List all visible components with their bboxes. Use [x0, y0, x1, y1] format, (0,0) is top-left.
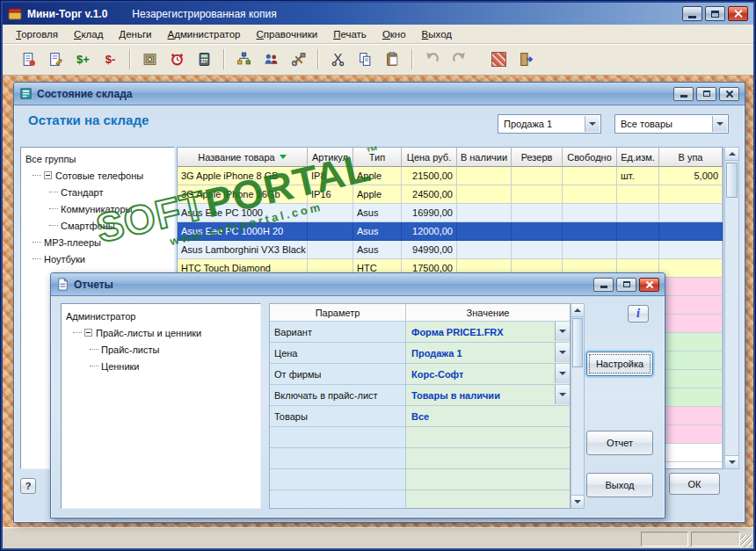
tree-node[interactable]: Прайс-листы	[62, 341, 260, 358]
param-value-cell[interactable]: Корс-Софт	[406, 364, 570, 385]
column-header-name[interactable]: Название товара	[178, 148, 308, 167]
column-header-price[interactable]: Цена руб.	[402, 148, 457, 167]
table-row[interactable]: Asus Lamborghini VX3 Black Asus 94990,00	[178, 241, 723, 259]
tree-connector	[33, 175, 41, 176]
calculator-button[interactable]	[191, 47, 218, 71]
new-document-button[interactable]	[15, 47, 42, 71]
menu-item-vyhod[interactable]: Выход	[414, 26, 460, 42]
tree-node[interactable]: Сотовые телефоны	[21, 167, 174, 184]
resize-grip[interactable]	[740, 535, 752, 547]
maximize-button[interactable]	[696, 87, 716, 101]
collapse-icon[interactable]	[44, 171, 52, 179]
menu-item-torgovlya[interactable]: Торговля	[8, 26, 66, 42]
tools-button[interactable]	[285, 47, 312, 71]
column-header-reserve[interactable]: Резерв	[512, 148, 563, 167]
scrollbar-thumb[interactable]	[572, 318, 583, 367]
contacts-button[interactable]	[258, 47, 285, 71]
minimize-button[interactable]	[673, 87, 694, 101]
table-row[interactable]: 3G Apple iPhone 16Gb IP16 Apple 24500,00	[178, 185, 723, 204]
menu-item-sklad[interactable]: Склад	[66, 26, 111, 42]
menu-item-okno[interactable]: Окно	[374, 26, 414, 42]
tree-node[interactable]: Смартфоны	[21, 217, 174, 234]
tree-node[interactable]: Стандарт	[21, 184, 174, 200]
table-cell	[512, 222, 563, 241]
param-dropdown-button[interactable]	[555, 364, 570, 383]
price-type-combobox[interactable]: Продажа 1	[498, 114, 601, 134]
cut-button[interactable]	[324, 47, 352, 71]
menu-item-spravochniki[interactable]: Справочники	[249, 26, 326, 42]
table-cell: Asus Eee PC 1000H 20	[178, 222, 308, 241]
collapse-icon[interactable]	[84, 329, 92, 337]
menu-item-administrator[interactable]: Администратор	[160, 26, 249, 42]
warehouse-titlebar[interactable]: Состояние склада	[14, 83, 745, 105]
copy-button[interactable]	[352, 47, 379, 71]
tree-node[interactable]: Прайс-листы и ценники	[62, 324, 260, 341]
goods-filter-combobox[interactable]: Все товары	[614, 114, 729, 134]
redo-button[interactable]	[446, 47, 473, 71]
maximize-button[interactable]	[705, 6, 725, 21]
paste-button[interactable]	[379, 47, 406, 71]
info-button[interactable]: i	[628, 305, 649, 323]
undo-button[interactable]	[418, 47, 446, 71]
param-dropdown-button[interactable]	[555, 385, 570, 404]
tree-connector	[49, 225, 58, 226]
scroll-down-button[interactable]	[571, 495, 584, 508]
tree-node[interactable]: Коммуникаторы	[21, 200, 174, 217]
minimize-button[interactable]	[682, 6, 702, 21]
param-dropdown-button[interactable]	[555, 343, 570, 362]
table-row[interactable]: 3G Apple iPhone 8 GB IP8 Apple 21500,00 …	[178, 167, 723, 185]
settings-button[interactable]: Настройка	[586, 352, 653, 376]
column-header-article[interactable]: Артикул	[308, 148, 353, 167]
scroll-up-button[interactable]	[725, 148, 738, 161]
close-button[interactable]	[639, 278, 659, 292]
tree-node[interactable]: МР3-плееры	[21, 234, 174, 250]
param-dropdown-button[interactable]	[555, 322, 570, 341]
money-income-button[interactable]: $+	[69, 47, 97, 71]
combo-dropdown-button[interactable]	[712, 116, 727, 132]
menu-label: Торговля	[16, 29, 58, 40]
menu-item-pechat[interactable]: Печать	[325, 26, 374, 42]
scroll-down-button[interactable]	[725, 455, 738, 468]
money-minus-icon: $-	[105, 53, 116, 66]
tree-node[interactable]: Ценники	[62, 358, 260, 374]
scroll-up-button[interactable]	[571, 304, 584, 317]
combo-dropdown-button[interactable]	[585, 116, 600, 132]
close-button[interactable]	[719, 87, 739, 101]
close-button[interactable]	[728, 6, 748, 21]
alarm-button[interactable]	[164, 47, 191, 71]
structure-button[interactable]	[230, 47, 258, 71]
column-header-free[interactable]: Свободно	[563, 148, 617, 167]
tree-node-root[interactable]: Администратор	[62, 308, 260, 324]
exit-button[interactable]: Выход	[586, 473, 653, 497]
param-value-cell[interactable]: Товары в наличии	[406, 385, 570, 406]
main-titlebar[interactable]: Мини-Торг v.1.0 Незарегистрированная коп…	[3, 3, 753, 25]
edit-document-button[interactable]	[42, 47, 69, 71]
help-button[interactable]: ?	[20, 478, 36, 494]
menu-item-dengi[interactable]: Деньги	[111, 26, 159, 42]
column-header-unit[interactable]: Ед.изм.	[617, 148, 659, 167]
table-cell: IP8	[308, 167, 353, 185]
maximize-button[interactable]	[616, 278, 636, 292]
menu-label: Деньги	[119, 29, 151, 40]
scrollbar-thumb[interactable]	[726, 163, 738, 198]
column-header-type[interactable]: Тип	[353, 148, 402, 167]
reports-titlebar[interactable]: Отчеты	[51, 273, 665, 296]
column-header-pack[interactable]: В упа	[659, 148, 723, 167]
vertical-scrollbar[interactable]	[724, 147, 739, 469]
money-expense-button[interactable]: $-	[97, 47, 124, 71]
exit-button[interactable]	[512, 47, 540, 71]
param-value-cell[interactable]: Все	[406, 406, 570, 427]
ok-button[interactable]: ОК	[669, 473, 720, 495]
minimize-button[interactable]	[593, 278, 614, 292]
report-button[interactable]: Отчет	[586, 431, 653, 455]
column-header-available[interactable]: В наличии	[457, 148, 512, 167]
param-value-cell[interactable]: Форма PRICE1.FRX	[406, 322, 570, 343]
vertical-scrollbar[interactable]	[571, 303, 585, 509]
table-row[interactable]: Asus Eee PC 1000 Asus 16990,00	[178, 204, 723, 222]
table-row-selected[interactable]: Asus Eee PC 1000H 20 Asus 12000,00	[178, 222, 723, 241]
tree-node[interactable]: Ноутбуки	[21, 250, 174, 267]
tree-node-root[interactable]: Все группы	[21, 150, 174, 167]
skin-button[interactable]	[485, 47, 512, 71]
param-value-cell[interactable]: Продажа 1	[406, 343, 570, 364]
safe-button[interactable]	[136, 47, 164, 71]
